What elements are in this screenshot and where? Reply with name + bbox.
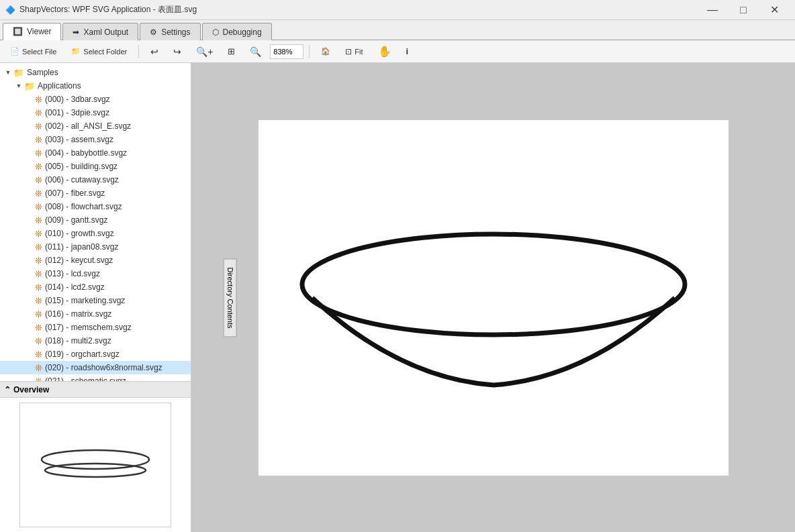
redo-button[interactable]: ↪ [167,43,187,60]
home-icon: 🏠 [321,47,330,56]
tree-item-012[interactable]: ❊ (012) - keycut.svgz [0,254,191,267]
zoom-out-button[interactable]: 🔍 [244,43,267,60]
item-label: (016) - matrix.svgz [45,309,111,319]
overview-canvas [19,403,171,527]
tree-item-020[interactable]: ❊ (020) - roadshow6x8normal.svgz [0,361,191,374]
tree-item-009[interactable]: ❊ (009) - gantt.svgz [0,213,191,227]
tab-debugging[interactable]: ⬡ Debugging [202,23,272,40]
tree-item-007[interactable]: ❊ (007) - fiber.svgz [0,187,191,200]
item-label: (002) - all_ANSI_E.svgz [45,121,131,131]
tree-item-017[interactable]: ❊ (017) - memschem.svgz [0,321,191,334]
tree-item-018[interactable]: ❊ (018) - multi2.svgz [0,334,191,348]
tab-settings[interactable]: ⚙ Settings [140,23,200,40]
item-label: (003) - assem.svgz [45,135,113,144]
fit-button[interactable]: ⊡ Fit [339,43,369,60]
item-icon: ❊ [35,135,42,145]
close-button[interactable]: ✕ [759,0,790,20]
title-bar: 🔷 SharpVectors: WPF SVG Application - 表面… [0,0,795,20]
overview-content [0,398,191,532]
applications-folder-icon: 📁 [24,81,35,91]
applications-toggle[interactable]: ▼ [13,83,24,89]
undo-icon: ↩ [150,46,158,57]
tree-group-applications[interactable]: ▼ 📁 Applications [0,79,191,93]
select-file-button[interactable]: 📄 Select File [4,43,62,60]
overview-header[interactable]: ⌃ Overview [0,382,191,398]
toolbar: 📄 Select File 📁 Select Folder ↩ ↪ 🔍+ ⊞ 🔍… [0,40,795,63]
settings-tab-label: Settings [161,28,190,37]
right-panel: Directory Contents [191,63,795,532]
item-icon: ❊ [35,323,42,333]
item-label: (012) - keycut.svgz [45,256,113,265]
file-tree: ▼ 📁 Samples ▼ 📁 Applications ❊ (000) - 3… [0,63,191,381]
tab-viewer[interactable]: 🔲 Viewer [3,23,61,40]
tree-item-016[interactable]: ❊ (016) - matrix.svgz [0,307,191,321]
tree-item-010[interactable]: ❊ (010) - growth.svgz [0,227,191,240]
viewer-tab-icon: 🔲 [13,27,23,36]
item-icon: ❊ [35,242,42,252]
tab-xaml[interactable]: ➡ Xaml Output [62,23,138,40]
item-label: (021) - schematic.svgz [45,376,126,381]
tree-item-021[interactable]: ❊ (021) - schematic.svgz [0,374,191,381]
tree-item-006[interactable]: ❊ (006) - cutaway.svgz [0,173,191,187]
tree-item-008[interactable]: ❊ (008) - flowchart.svgz [0,200,191,213]
minimize-button[interactable]: — [697,0,728,20]
directory-contents-tab[interactable]: Directory Contents [224,258,237,337]
info-button[interactable]: i [400,43,415,60]
item-icon: ❊ [35,108,42,118]
window-title: SharpVectors: WPF SVG Application - 表面皿.… [19,4,197,15]
zoom-input[interactable] [270,44,303,59]
item-icon: ❊ [35,95,42,105]
samples-label: Samples [27,68,58,77]
tree-root-samples[interactable]: ▼ 📁 Samples [0,66,191,79]
item-icon: ❊ [35,269,42,279]
select-folder-button[interactable]: 📁 Select Folder [65,43,133,60]
home-button[interactable]: 🏠 [315,43,336,60]
item-label: (020) - roadshow6x8normal.svgz [45,363,162,372]
item-label: (010) - growth.svgz [45,229,114,238]
tree-item-003[interactable]: ❊ (003) - assem.svgz [0,133,191,146]
item-icon: ❊ [35,229,42,239]
item-label: (014) - lcd2.svgz [45,282,105,292]
debugging-tab-label: Debugging [223,28,262,37]
viewer-area[interactable] [191,63,795,532]
item-label: (001) - 3dpie.svgz [45,108,109,117]
overview-collapse-icon: ⌃ [4,385,11,394]
tree-item-004[interactable]: ❊ (004) - babybottle.svgz [0,146,191,160]
fit-icon: ⊡ [345,47,352,56]
item-label: (017) - memschem.svgz [45,323,132,332]
tree-item-014[interactable]: ❊ (014) - lcd2.svgz [0,280,191,294]
tree-item-011[interactable]: ❊ (011) - japan08.svgz [0,240,191,254]
maximize-button[interactable]: □ [728,0,759,20]
tree-item-001[interactable]: ❊ (001) - 3dpie.svgz [0,106,191,119]
item-label: (004) - babybottle.svgz [45,148,127,158]
zoom-in-button[interactable]: 🔍+ [190,43,219,60]
redo-icon: ↪ [173,46,181,57]
item-label: (005) - building.svgz [45,162,118,171]
item-label: (015) - marketing.svgz [45,296,125,305]
tree-item-019[interactable]: ❊ (019) - orgchart.svgz [0,348,191,361]
item-icon: ❊ [35,215,42,225]
select-file-icon: 📄 [10,47,19,56]
item-label: (019) - orgchart.svgz [45,350,120,359]
pan-button[interactable]: ✋ [372,43,398,60]
tree-item-015[interactable]: ❊ (015) - marketing.svgz [0,294,191,307]
samples-toggle[interactable]: ▼ [3,69,13,76]
item-icon: ❊ [35,256,42,266]
separator-2 [309,45,310,58]
item-icon: ❊ [35,121,42,131]
fit-label: Fit [355,48,363,56]
zoom-reset-button[interactable]: ⊞ [222,43,241,60]
sidebar: ▼ 📁 Samples ▼ 📁 Applications ❊ (000) - 3… [0,63,191,532]
tree-item-000[interactable]: ❊ (000) - 3dbar.svgz [0,93,191,106]
select-folder-icon: 📁 [71,47,81,56]
item-label: (011) - japan08.svgz [45,242,118,252]
app-icon: 🔷 [5,5,15,15]
tree-item-002[interactable]: ❊ (002) - all_ANSI_E.svgz [0,119,191,133]
tree-item-013[interactable]: ❊ (013) - lcd.svgz [0,267,191,280]
svg-point-1 [45,464,146,477]
tree-item-005[interactable]: ❊ (005) - building.svgz [0,160,191,173]
undo-button[interactable]: ↩ [144,43,165,60]
settings-tab-icon: ⚙ [150,28,157,37]
viewer-tab-label: Viewer [27,27,51,36]
main-svg [285,191,702,405]
